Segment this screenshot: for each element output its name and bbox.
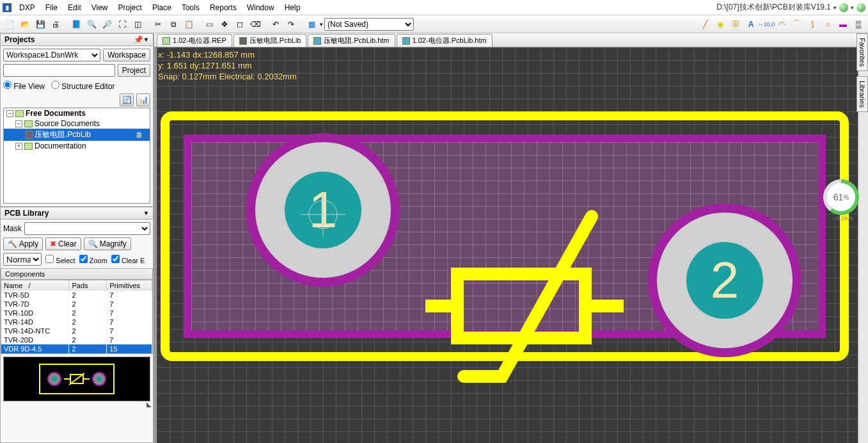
reports-menu[interactable]: Reports [205,2,242,13]
project-input[interactable] [3,64,115,77]
structure-icon[interactable]: 📊 [136,93,150,106]
document-tabs: 1.02-电位器.REP 压敏电阻.PcbLib 压敏电阻.PcbLib.htm… [154,33,868,47]
full-circle-icon[interactable]: ○ [821,17,835,31]
favorites-tab[interactable]: Favorites [856,33,868,71]
pad-2[interactable]: 2 [648,204,801,357]
origin-crosshair-icon [301,192,345,237]
tools-menu[interactable]: Tools [177,2,205,13]
pin-icon[interactable]: 📌 [134,35,143,44]
tab-htm2[interactable]: 1.02-电位器.PcbLib.htm [397,34,493,47]
array-tool-icon[interactable]: ▒ [851,17,865,31]
coordinate-readout: x: -1.143 dx:1268.857 mm y: 1.651 dy:127… [158,50,297,83]
file-menu[interactable]: File [40,2,63,13]
project-menu[interactable]: Project [113,2,147,13]
download-speed-widget[interactable]: 61% ↓ 0.1K/s [823,179,862,218]
deselect-icon[interactable]: ◻ [233,17,247,31]
left-sidebar: Projects📌▼ Workspace1.DsnWrk Workspace P… [0,33,154,443]
window-menu[interactable]: Window [242,2,280,13]
table-row[interactable]: TVR-10D27 [1,309,152,318]
editor-area: 1.02-电位器.REP 压敏电阻.PcbLib 压敏电阻.PcbLib.htm… [154,33,868,443]
components-header: Components [1,268,153,280]
grid-icon[interactable]: ▦ [304,17,319,31]
table-row[interactable]: TVR-20D27 [1,335,152,344]
via-tool-icon[interactable]: ⦿ [729,17,743,31]
pcb-canvas[interactable]: x: -1.143 dx:1268.857 mm y: 1.651 dy:127… [154,47,868,443]
svg-point-4 [97,376,102,382]
help-menu[interactable]: Help [280,2,306,13]
paste-icon[interactable]: 📋 [182,17,196,31]
arc-edge-icon[interactable]: ⌒ [790,17,804,31]
dxp-menu[interactable]: DXP [14,2,40,13]
apply-button[interactable]: 🔨Apply [3,238,43,250]
filter-select[interactable]: (Not Saved) [324,18,414,31]
place-menu[interactable]: Place [147,2,177,13]
project-button[interactable]: Project [118,64,150,77]
text-tool-icon[interactable]: A [744,17,758,31]
menu-bar: ▮ DXP File Edit View Project Place Tools… [0,0,868,15]
print-icon[interactable]: 🖨 [49,17,63,31]
table-row[interactable]: TVR-14D-NTC27 [1,326,152,335]
undo-icon[interactable]: ↶ [269,17,283,31]
normal-select[interactable]: Normal [3,253,42,266]
pad-1[interactable]: 1 [246,133,400,287]
select-rect-icon[interactable]: ▭ [202,17,216,31]
main-toolbar: 📄 📂 💾 🖨 📘 🔍 🔎 ⛶ ◫ ✂ ⧉ 📋 ▭ ✥ ◻ ⌫ ↶ ↷ ▦ ▾ … [0,15,868,33]
pcb-library-panel-header[interactable]: PCB Library▼ [0,207,154,220]
cut-icon[interactable]: ✂ [151,17,165,31]
table-row[interactable]: TVR-14D27 [1,318,152,326]
move-icon[interactable]: ✥ [217,17,232,31]
table-row[interactable]: TVR-7D27 [1,300,152,309]
zoom-area-icon[interactable]: ◫ [130,17,145,31]
libraries-tab[interactable]: Libraries [856,76,868,112]
zoom-fit-icon[interactable]: ⛶ [115,17,129,31]
projects-panel-header[interactable]: Projects📌▼ [0,33,154,46]
redo-icon[interactable]: ↷ [284,17,298,31]
tab-htm1[interactable]: 压敏电阻.PcbLib.htm [308,34,395,47]
dimension-tool-icon[interactable]: ↔10.0 [759,17,773,31]
tab-pcblib[interactable]: 压敏电阻.PcbLib [233,34,307,47]
file-view-radio[interactable]: File View [3,81,45,91]
structure-editor-radio[interactable]: Structure Editor [51,81,115,91]
mask-select[interactable] [24,222,150,235]
project-tree[interactable]: −Free Documents −Source Documents 压敏电阻.P… [3,108,150,204]
pad-tool-icon[interactable]: ◉ [713,17,727,31]
arc-any-icon[interactable]: ⟆ [805,17,819,31]
clear-icon[interactable]: ⌫ [248,17,262,31]
table-row[interactable]: VDR 9D-4.5215 [1,344,152,353]
table-row[interactable]: TVR-5D27 [1,291,152,300]
mask-label: Mask [3,224,22,233]
open-icon[interactable]: 📂 [18,17,32,31]
components-table[interactable]: Name / Pads Primitives TVR-5D27 TVR-7D27… [1,280,153,354]
zoom-out-icon[interactable]: 🔎 [100,17,114,31]
svg-rect-9 [457,274,585,338]
zoom-checkbox[interactable]: Zoom [79,255,107,264]
workspace-button[interactable]: Workspace [103,49,150,61]
clear-button[interactable]: ✖Clear [45,238,81,250]
nav-back-icon[interactable] [839,3,848,12]
new-icon[interactable]: 📄 [3,17,17,31]
app-logo-icon: ▮ [3,3,12,12]
copy-icon[interactable]: ⧉ [166,17,180,31]
clear-e-checkbox[interactable]: Clear E [111,255,145,264]
tab-rep[interactable]: 1.02-电位器.REP [157,34,232,47]
view-menu[interactable]: View [86,2,113,13]
line-tool-icon[interactable]: ╱ [698,17,712,31]
workspace-select[interactable]: Workspace1.DsnWrk [3,49,100,61]
magnify-button[interactable]: 🔍Magnify [84,238,131,250]
nav-fwd-icon[interactable] [856,3,865,12]
fill-tool-icon[interactable]: ▬ [836,17,850,31]
right-dock-tabs: Favorites Libraries [856,33,868,112]
select-checkbox[interactable]: Select [45,255,75,264]
compile-icon[interactable]: 📘 [69,17,83,31]
edit-menu[interactable]: Edit [63,2,86,13]
footprint-thumbnail [3,357,150,401]
document-path: D:\[07]技术创新\PCB封装库V19.1 ▾ ▾ [716,2,865,13]
varistor-symbol-icon [419,191,649,396]
svg-point-2 [52,376,57,382]
tree-item-pcblib[interactable]: 压敏电阻.PcbLib🗎 [4,129,150,141]
arc-center-icon[interactable]: ◠ [775,17,789,31]
refresh-icon[interactable]: 🔄 [120,93,134,106]
zoom-in-icon[interactable]: 🔍 [84,17,99,31]
save-icon[interactable]: 💾 [33,17,47,31]
